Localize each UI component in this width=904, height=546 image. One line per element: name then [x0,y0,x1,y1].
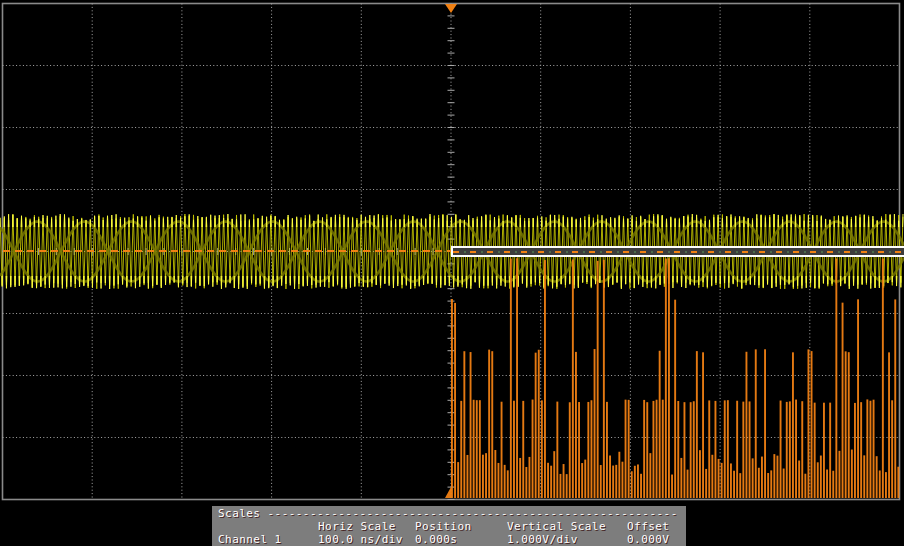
header-horiz-scale: Horiz Scale [318,520,396,533]
band-center-dash [453,251,904,253]
channel-vertical-scale-value: 1.000V/div [507,533,578,546]
panel-title: Scales ---------------------------------… [218,507,678,520]
header-vertical-scale: Vertical Scale [507,520,606,533]
channel-label: Channel 1 [218,533,282,546]
trigger-position-marker[interactable] [445,4,457,13]
header-position: Position [415,520,472,533]
oscilloscope-screen: Scales ---------------------------------… [0,0,904,546]
channel-position-value: 0.000s [415,533,457,546]
channel-offset-value: 0.000V [627,533,669,546]
measurement-band [451,246,904,257]
scales-panel: Scales ---------------------------------… [212,506,686,546]
channel-horiz-scale-value: 100.0 ns/div [318,533,403,546]
trigger-level-line[interactable] [3,250,451,252]
header-offset: Offset [627,520,669,533]
